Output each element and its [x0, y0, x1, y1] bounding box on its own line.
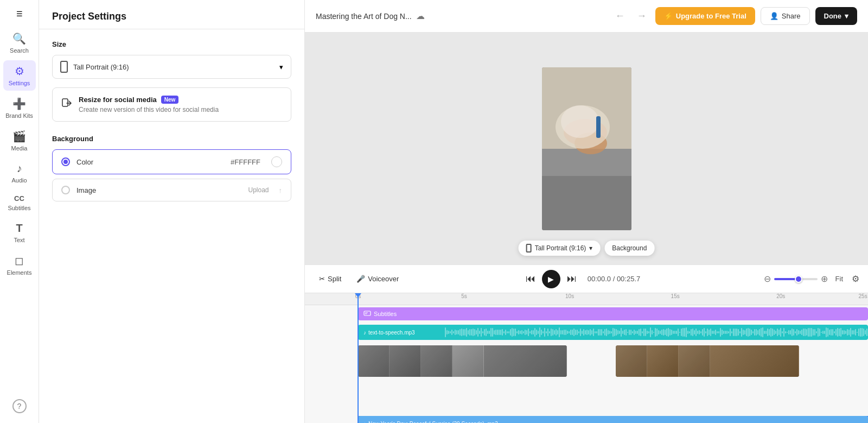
subtitles-track-label: Subtitles: [374, 311, 397, 317]
sidebar-label-search: Search: [10, 47, 29, 54]
media-icon: 🎬: [12, 130, 26, 143]
sidebar-item-media[interactable]: 🎬 Media: [3, 125, 36, 156]
timeline-settings-button[interactable]: ⚙: [852, 274, 859, 284]
sidebar-label-settings: Settings: [9, 80, 30, 86]
bg-image-option[interactable]: Image Upload ↑: [52, 179, 291, 201]
chevron-down-icon: ▾: [279, 63, 283, 71]
resize-card[interactable]: Resize for social media New Create new v…: [52, 87, 291, 122]
zoom-thumb[interactable]: [795, 275, 802, 283]
color-swatch[interactable]: [271, 156, 282, 167]
sidebar-item-help[interactable]: ?: [3, 395, 36, 418]
sidebar-item-search[interactable]: 🔍 Search: [3, 28, 36, 58]
bg-color-label: Color: [76, 158, 224, 166]
panel-title: Project Settings: [39, 0, 304, 29]
sidebar-item-settings[interactable]: ⚙ Settings: [3, 60, 36, 91]
size-dropdown-left: Tall Portrait (9:16): [60, 61, 129, 73]
svg-rect-8: [596, 116, 601, 138]
sidebar-label-subtitles: Subtitles: [8, 205, 30, 211]
elements-icon: ◻: [15, 254, 24, 267]
sidebar-label-text: Text: [14, 237, 24, 243]
ruler-15s: 15s: [671, 293, 680, 299]
topbar-actions: ← → ⚡ Upgrade to Free Trial 👤 Share Done…: [612, 7, 857, 25]
zoom-out-button[interactable]: ⊖: [764, 274, 771, 284]
hamburger-icon: ☰: [16, 10, 23, 18]
help-icon: ?: [12, 399, 27, 413]
share-button[interactable]: 👤 Share: [761, 7, 810, 25]
upgrade-label: Upgrade to Free Trial: [676, 12, 746, 20]
sidebar-label-media: Media: [11, 145, 28, 151]
sidebar-item-elements[interactable]: ◻ Elements: [3, 250, 36, 280]
zoom-in-button[interactable]: ⊕: [821, 274, 828, 284]
split-icon: ✂: [319, 275, 325, 283]
time-display: 00:00.0 / 00:25.7: [588, 275, 641, 283]
redo-button[interactable]: →: [634, 8, 650, 24]
text-icon: T: [16, 222, 22, 235]
svg-point-7: [561, 105, 599, 138]
hamburger-menu[interactable]: ☰: [3, 5, 36, 22]
timeline-playhead[interactable]: [358, 293, 359, 423]
audio-tts-track[interactable]: ♪ text-to-speech.mp3 // Will be rendered…: [358, 325, 868, 340]
portrait-format-pill[interactable]: Tall Portrait (9:16) ▾: [519, 241, 601, 256]
video-preview: [542, 67, 631, 230]
undo-button[interactable]: ←: [612, 8, 628, 24]
timeline-ruler: 0s 5s 10s 15s 20s 25s: [305, 293, 868, 305]
background-format-pill[interactable]: Background: [604, 241, 654, 256]
audio-icon: ♪: [17, 162, 22, 175]
resize-card-title: Resize for social media New: [79, 96, 282, 104]
split-button[interactable]: ✂ Split: [314, 272, 347, 286]
color-radio[interactable]: [61, 157, 70, 166]
project-title: Mastering the Art of Dog N... ☁: [316, 11, 605, 21]
size-dropdown-value: Tall Portrait (9:16): [73, 63, 129, 71]
search-icon: 🔍: [12, 32, 26, 45]
ruler-20s: 20s: [776, 293, 785, 299]
svg-rect-0: [62, 99, 68, 106]
settings-icon: ⚙: [15, 65, 24, 78]
fast-forward-button[interactable]: ⏭: [565, 271, 579, 287]
upgrade-bolt-icon: ⚡: [664, 12, 673, 20]
background-section-label: Background: [52, 135, 291, 143]
subtitles-track: Subtitles: [358, 307, 868, 320]
zoom-slider[interactable]: [774, 278, 818, 280]
zoom-controls: ⊖ ⊕ Fit: [764, 273, 847, 285]
brand-kits-icon: ➕: [12, 97, 26, 110]
fit-button[interactable]: Fit: [831, 273, 847, 285]
voiceover-label: Voiceover: [368, 275, 399, 283]
format-chevron-icon: ▾: [589, 244, 592, 252]
voiceover-button[interactable]: 🎤 Voiceover: [351, 272, 404, 286]
sidebar-item-brand-kits[interactable]: ➕ Brand Kits: [3, 93, 36, 123]
done-chevron-icon: ▾: [845, 12, 848, 20]
done-button[interactable]: Done ▾: [815, 7, 858, 25]
canvas-area: Tall Portrait (9:16) ▾ Background: [305, 33, 868, 264]
rewind-button[interactable]: ⏮: [524, 271, 538, 287]
music-track-label: ♪ New Year's Day: Peaceful Sunrise (30 S…: [358, 421, 498, 424]
svg-rect-10: [364, 311, 371, 315]
video-clip-a[interactable]: [358, 345, 567, 377]
ruler-25s: 25s: [859, 293, 867, 299]
format-bar: Tall Portrait (9:16) ▾ Background: [519, 241, 655, 256]
bg-color-option[interactable]: Color #FFFFFF: [52, 149, 291, 174]
sidebar-item-text[interactable]: T Text: [3, 218, 36, 248]
music-track[interactable]: ♪ New Year's Day: Peaceful Sunrise (30 S…: [358, 416, 868, 423]
sidebar-label-brand-kits: Brand Kits: [5, 112, 33, 119]
size-dropdown[interactable]: Tall Portrait (9:16) ▾: [52, 55, 291, 79]
upgrade-button[interactable]: ⚡ Upgrade to Free Trial: [655, 7, 755, 25]
sidebar: ☰ 🔍 Search ⚙ Settings ➕ Brand Kits 🎬 Med…: [0, 0, 39, 423]
split-label: Split: [328, 275, 341, 283]
upload-button[interactable]: Upload: [248, 186, 269, 194]
svg-rect-9: [542, 176, 631, 230]
time-total: 00:25.7: [617, 275, 640, 283]
video-clip-b[interactable]: [616, 345, 799, 377]
time-current: 00:00.0: [588, 275, 611, 283]
transport-controls: ⏮ ▶ ⏭ 00:00.0 / 00:25.7: [409, 270, 759, 288]
image-radio[interactable]: [61, 186, 70, 194]
play-button[interactable]: ▶: [542, 270, 560, 288]
main-content: Mastering the Art of Dog N... ☁ ← → ⚡ Up…: [305, 0, 868, 423]
background-pill-label: Background: [612, 244, 647, 252]
size-section-label: Size: [52, 40, 291, 48]
resize-card-content: Resize for social media New Create new v…: [79, 96, 282, 113]
sidebar-item-audio[interactable]: ♪ Audio: [3, 158, 36, 188]
phone-icon: [526, 244, 532, 252]
topbar: Mastering the Art of Dog N... ☁ ← → ⚡ Up…: [305, 0, 868, 33]
sidebar-item-subtitles[interactable]: CC Subtitles: [3, 190, 36, 216]
done-label: Done: [824, 12, 842, 20]
